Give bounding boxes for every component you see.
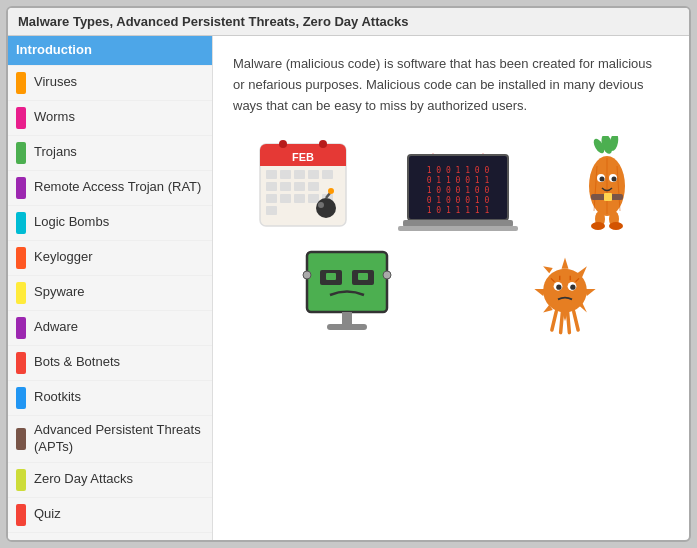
calendar-svg: FEB xyxy=(258,136,348,231)
content-area: IntroductionVirusesWormsTrojansRemote Ac… xyxy=(8,36,689,540)
sidebar-item-label: Bots & Botnets xyxy=(34,354,120,371)
svg-rect-18 xyxy=(308,194,319,203)
svg-text:1 0 0 1 1 0 0: 1 0 0 1 1 0 0 xyxy=(427,166,490,175)
sidebar-item-adware[interactable]: Adware xyxy=(8,311,212,346)
sidebar-item-rat[interactable]: Remote Access Trojan (RAT) xyxy=(8,171,212,206)
calendar-illustration: FEB xyxy=(258,136,348,235)
svg-rect-7 xyxy=(280,170,291,179)
svg-point-73 xyxy=(570,285,575,290)
svg-rect-34 xyxy=(398,226,518,231)
sidebar-item-label: Advanced Persistent Threats (APTs) xyxy=(34,422,204,456)
sidebar-item-label: Quiz xyxy=(34,506,61,523)
trojan-character xyxy=(569,136,644,235)
sidebar-item-spyware[interactable]: Spyware xyxy=(8,276,212,311)
svg-point-59 xyxy=(303,271,311,279)
sidebar-item-zero-day[interactable]: Zero Day Attacks xyxy=(8,463,212,498)
svg-text:0 1 1 0 0 1 1: 0 1 1 0 0 1 1 xyxy=(427,176,490,185)
svg-point-72 xyxy=(556,285,561,290)
sidebar-item-label: Rootkits xyxy=(34,389,81,406)
svg-point-45 xyxy=(611,177,616,182)
svg-rect-55 xyxy=(326,273,336,280)
sidebar-item-color xyxy=(16,247,26,269)
svg-marker-61 xyxy=(562,258,569,269)
svg-rect-20 xyxy=(266,206,277,215)
svg-point-4 xyxy=(319,140,327,148)
svg-marker-68 xyxy=(543,267,553,274)
svg-rect-47 xyxy=(604,193,612,201)
sidebar-item-label: Spyware xyxy=(34,284,85,301)
laptop-svg: 1 0 0 1 1 0 0 0 1 1 0 0 1 1 1 0 0 0 1 0 … xyxy=(398,145,518,235)
window-title: Malware Types, Advanced Persistent Threa… xyxy=(18,14,408,29)
sidebar-item-color xyxy=(16,212,26,234)
sidebar-item-quiz[interactable]: Quiz xyxy=(8,498,212,533)
svg-point-44 xyxy=(599,177,604,182)
svg-line-78 xyxy=(552,312,556,330)
sidebar-item-color xyxy=(16,282,26,304)
svg-point-23 xyxy=(328,188,334,194)
illustration-row-2 xyxy=(233,250,669,335)
sidebar-item-label: Remote Access Trojan (RAT) xyxy=(34,179,201,196)
svg-line-80 xyxy=(568,313,570,333)
sidebar: IntroductionVirusesWormsTrojansRemote Ac… xyxy=(8,36,213,540)
monitor-character xyxy=(302,250,392,335)
svg-point-50 xyxy=(591,222,605,230)
title-bar: Malware Types, Advanced Persistent Threa… xyxy=(8,8,689,36)
main-content: Malware (malicious code) is software tha… xyxy=(213,36,689,540)
svg-rect-11 xyxy=(266,182,277,191)
sidebar-item-logic-bombs[interactable]: Logic Bombs xyxy=(8,206,212,241)
sidebar-item-label: Keylogger xyxy=(34,249,93,266)
sidebar-item-label: Introduction xyxy=(16,42,92,59)
virus-character xyxy=(530,255,600,335)
illustration-row-1: FEB xyxy=(233,136,669,235)
sidebar-item-trojans[interactable]: Trojans xyxy=(8,136,212,171)
sidebar-item-viruses[interactable]: Viruses xyxy=(8,66,212,101)
svg-point-69 xyxy=(543,269,587,313)
trojan-svg xyxy=(569,136,644,231)
svg-line-79 xyxy=(561,313,563,333)
sidebar-item-label: Adware xyxy=(34,319,78,336)
sidebar-item-bots[interactable]: Bots & Botnets xyxy=(8,346,212,381)
sidebar-item-introduction[interactable]: Introduction xyxy=(8,36,212,66)
svg-rect-8 xyxy=(294,170,305,179)
sidebar-item-keylogger[interactable]: Keylogger xyxy=(8,241,212,276)
svg-rect-15 xyxy=(266,194,277,203)
svg-rect-33 xyxy=(403,220,513,227)
virus-svg xyxy=(530,250,600,340)
svg-rect-10 xyxy=(322,170,333,179)
sidebar-item-apts[interactable]: Advanced Persistent Threats (APTs) xyxy=(8,416,212,463)
svg-rect-56 xyxy=(358,273,368,280)
svg-text:1 0 1 1 1 1 1: 1 0 1 1 1 1 1 xyxy=(427,206,490,215)
svg-line-81 xyxy=(574,312,578,330)
svg-rect-14 xyxy=(308,182,319,191)
sidebar-item-color xyxy=(16,504,26,526)
sidebar-item-label: Logic Bombs xyxy=(34,214,109,231)
svg-rect-16 xyxy=(280,194,291,203)
svg-rect-6 xyxy=(266,170,277,179)
svg-point-60 xyxy=(383,271,391,279)
svg-point-3 xyxy=(279,140,287,148)
svg-rect-57 xyxy=(342,312,352,324)
sidebar-item-color xyxy=(16,387,26,409)
sidebar-item-color xyxy=(16,428,26,450)
svg-point-51 xyxy=(609,222,623,230)
svg-text:1 0 0 0 1 0 0: 1 0 0 0 1 0 0 xyxy=(427,186,490,195)
svg-point-24 xyxy=(318,202,324,208)
sidebar-item-color xyxy=(16,107,26,129)
sidebar-item-color xyxy=(16,469,26,491)
svg-rect-52 xyxy=(307,252,387,312)
sidebar-item-rootkits[interactable]: Rootkits xyxy=(8,381,212,416)
sidebar-item-label: Zero Day Attacks xyxy=(34,471,133,488)
sidebar-item-color xyxy=(16,177,26,199)
svg-point-21 xyxy=(316,198,336,218)
sidebar-item-worms[interactable]: Worms xyxy=(8,101,212,136)
svg-rect-58 xyxy=(327,324,367,330)
svg-rect-13 xyxy=(294,182,305,191)
svg-rect-9 xyxy=(308,170,319,179)
intro-text: Malware (malicious code) is software tha… xyxy=(233,54,663,116)
sidebar-item-color xyxy=(16,72,26,94)
sidebar-item-color xyxy=(16,142,26,164)
svg-text:FEB: FEB xyxy=(292,151,314,163)
laptop-illustration: 1 0 0 1 1 0 0 0 1 1 0 0 1 1 1 0 0 0 1 0 … xyxy=(398,145,518,235)
sidebar-item-label: Trojans xyxy=(34,144,77,161)
sidebar-item-label: Worms xyxy=(34,109,75,126)
